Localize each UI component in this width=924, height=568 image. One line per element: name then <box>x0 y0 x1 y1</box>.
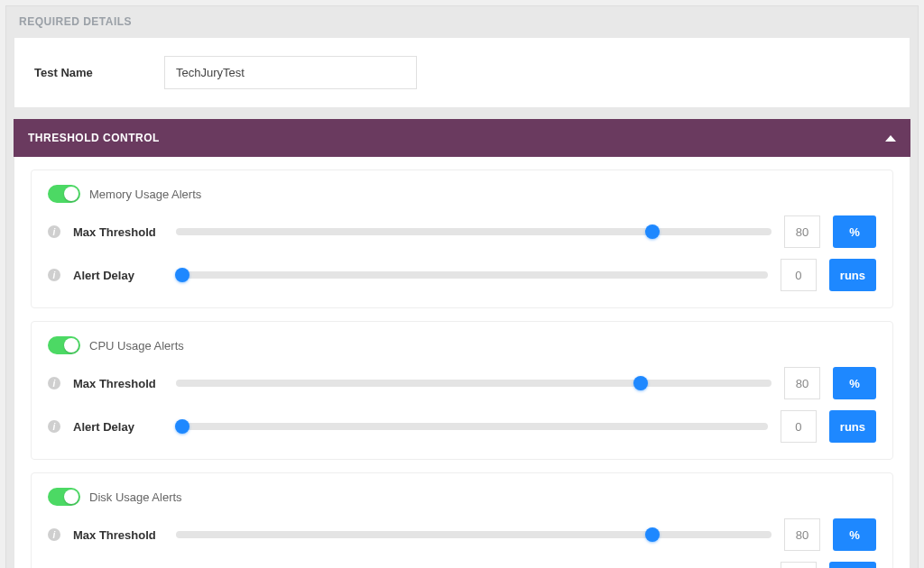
cpu-alerts-toggle[interactable] <box>48 336 80 354</box>
info-icon[interactable]: i <box>48 225 60 238</box>
info-icon[interactable]: i <box>48 377 60 389</box>
cpu-max-threshold-slider[interactable] <box>176 374 772 392</box>
memory-alert-delay-value[interactable]: 0 <box>781 259 817 291</box>
chevron-up-icon <box>885 135 896 142</box>
threshold-control-title: THRESHOLD CONTROL <box>28 132 160 144</box>
alert-delay-label: Alert Delay <box>73 269 163 282</box>
percent-unit: % <box>833 215 876 248</box>
max-threshold-label: Max Threshold <box>73 225 163 239</box>
max-threshold-label: Max Threshold <box>73 528 163 542</box>
info-icon[interactable]: i <box>48 269 60 281</box>
memory-alerts-label: Memory Usage Alerts <box>89 188 201 201</box>
cpu-alert-delay-value[interactable]: 0 <box>781 410 817 443</box>
memory-max-threshold-slider[interactable] <box>176 223 772 241</box>
memory-alert-delay-slider[interactable] <box>176 266 768 284</box>
disk-alerts-label: Disk Usage Alerts <box>89 490 182 504</box>
cpu-alert-delay-slider[interactable] <box>176 417 768 435</box>
threshold-control-body: Memory Usage Alerts i Max Threshold 80 %… <box>14 157 910 568</box>
required-details-header: REQUIRED DETAILS <box>14 12 910 37</box>
threshold-control-header[interactable]: THRESHOLD CONTROL <box>14 119 910 157</box>
disk-usage-alerts-card: Disk Usage Alerts i Max Threshold 80 % i… <box>31 472 893 568</box>
cpu-max-threshold-value[interactable]: 80 <box>784 367 820 399</box>
test-name-label: Test Name <box>34 66 128 79</box>
cpu-alerts-label: CPU Usage Alerts <box>89 339 184 353</box>
disk-alerts-toggle[interactable] <box>48 488 80 506</box>
page-container: REQUIRED DETAILS Test Name THRESHOLD CON… <box>5 5 919 568</box>
memory-max-threshold-value[interactable]: 80 <box>784 215 820 248</box>
info-icon[interactable]: i <box>48 528 60 541</box>
cpu-usage-alerts-card: CPU Usage Alerts i Max Threshold 80 % i … <box>31 321 893 460</box>
disk-max-threshold-value[interactable]: 80 <box>784 518 820 551</box>
alert-delay-label: Alert Delay <box>73 420 163 434</box>
runs-unit: runs <box>829 562 876 568</box>
runs-unit: runs <box>829 410 876 443</box>
info-icon[interactable]: i <box>48 420 60 433</box>
runs-unit: runs <box>829 259 876 291</box>
max-threshold-label: Max Threshold <box>73 377 163 390</box>
percent-unit: % <box>833 367 876 399</box>
test-name-row: Test Name <box>34 56 890 89</box>
disk-max-threshold-slider[interactable] <box>176 526 772 544</box>
disk-alert-delay-value[interactable]: 0 <box>781 562 817 568</box>
test-name-input[interactable] <box>164 56 417 89</box>
required-details-panel: Test Name <box>14 37 910 108</box>
memory-usage-alerts-card: Memory Usage Alerts i Max Threshold 80 %… <box>31 169 893 308</box>
memory-alerts-toggle[interactable] <box>48 185 80 203</box>
percent-unit: % <box>833 518 876 551</box>
